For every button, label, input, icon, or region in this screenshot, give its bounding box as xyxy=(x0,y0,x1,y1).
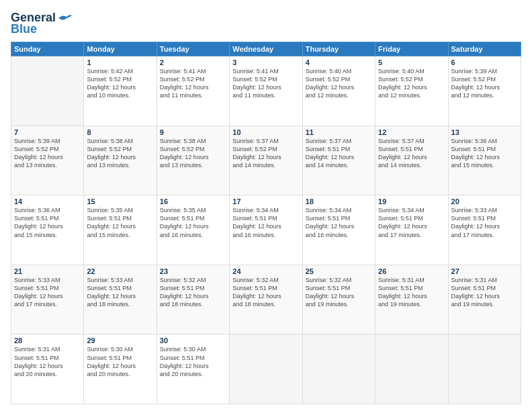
day-number: 5 xyxy=(378,58,445,66)
day-number: 21 xyxy=(14,267,81,275)
day-info: Sunrise: 5:37 AM Sunset: 5:52 PM Dayligh… xyxy=(232,137,299,170)
day-number: 20 xyxy=(451,197,518,205)
calendar-cell xyxy=(302,334,375,404)
day-number: 19 xyxy=(378,197,445,205)
calendar-cell: 2Sunrise: 5:41 AM Sunset: 5:52 PM Daylig… xyxy=(157,56,229,126)
day-info: Sunrise: 5:34 AM Sunset: 5:51 PM Dayligh… xyxy=(378,206,445,239)
calendar-cell: 19Sunrise: 5:34 AM Sunset: 5:51 PM Dayli… xyxy=(375,195,448,265)
day-info: Sunrise: 5:42 AM Sunset: 5:52 PM Dayligh… xyxy=(87,67,153,100)
calendar-header-row: SundayMondayTuesdayWednesdayThursdayFrid… xyxy=(11,42,521,56)
calendar-cell xyxy=(448,334,521,404)
day-header-wednesday: Wednesday xyxy=(230,42,302,56)
calendar-cell: 27Sunrise: 5:31 AM Sunset: 5:51 PM Dayli… xyxy=(448,265,521,334)
calendar-cell: 7Sunrise: 5:39 AM Sunset: 5:52 PM Daylig… xyxy=(11,126,84,195)
calendar-cell: 22Sunrise: 5:33 AM Sunset: 5:51 PM Dayli… xyxy=(84,265,157,334)
calendar-cell: 16Sunrise: 5:35 AM Sunset: 5:51 PM Dayli… xyxy=(157,195,229,265)
day-info: Sunrise: 5:38 AM Sunset: 5:52 PM Dayligh… xyxy=(87,137,153,170)
day-info: Sunrise: 5:32 AM Sunset: 5:51 PM Dayligh… xyxy=(160,276,226,309)
day-info: Sunrise: 5:38 AM Sunset: 5:52 PM Dayligh… xyxy=(160,137,226,170)
day-info: Sunrise: 5:39 AM Sunset: 5:52 PM Dayligh… xyxy=(14,137,81,170)
day-info: Sunrise: 5:39 AM Sunset: 5:52 PM Dayligh… xyxy=(451,67,518,100)
calendar-cell: 17Sunrise: 5:34 AM Sunset: 5:51 PM Dayli… xyxy=(230,195,302,265)
day-number: 1 xyxy=(87,58,153,66)
day-number: 7 xyxy=(14,128,81,136)
day-info: Sunrise: 5:33 AM Sunset: 5:51 PM Dayligh… xyxy=(451,206,518,239)
day-number: 8 xyxy=(87,128,153,136)
day-info: Sunrise: 5:30 AM Sunset: 5:51 PM Dayligh… xyxy=(160,345,226,378)
day-number: 27 xyxy=(451,267,518,275)
day-info: Sunrise: 5:31 AM Sunset: 5:51 PM Dayligh… xyxy=(451,276,518,309)
calendar-cell: 18Sunrise: 5:34 AM Sunset: 5:51 PM Dayli… xyxy=(302,195,375,265)
day-number: 6 xyxy=(451,58,518,66)
day-number: 29 xyxy=(87,336,153,345)
calendar: SundayMondayTuesdayWednesdayThursdayFrid… xyxy=(11,42,521,404)
day-info: Sunrise: 5:33 AM Sunset: 5:51 PM Dayligh… xyxy=(14,276,81,309)
day-header-saturday: Saturday xyxy=(448,42,521,56)
calendar-cell: 21Sunrise: 5:33 AM Sunset: 5:51 PM Dayli… xyxy=(11,265,84,334)
day-info: Sunrise: 5:34 AM Sunset: 5:51 PM Dayligh… xyxy=(232,206,299,239)
calendar-week-2: 7Sunrise: 5:39 AM Sunset: 5:52 PM Daylig… xyxy=(11,126,521,195)
day-info: Sunrise: 5:31 AM Sunset: 5:51 PM Dayligh… xyxy=(14,345,81,378)
day-number: 3 xyxy=(232,58,299,66)
page: General Blue SundayMondayTuesdayWednesda… xyxy=(0,0,532,411)
logo-blue: Blue xyxy=(11,22,37,36)
day-header-monday: Monday xyxy=(84,42,157,56)
day-info: Sunrise: 5:34 AM Sunset: 5:51 PM Dayligh… xyxy=(306,206,372,239)
day-info: Sunrise: 5:36 AM Sunset: 5:51 PM Dayligh… xyxy=(14,206,81,239)
calendar-cell: 1Sunrise: 5:42 AM Sunset: 5:52 PM Daylig… xyxy=(84,56,157,126)
day-info: Sunrise: 5:33 AM Sunset: 5:51 PM Dayligh… xyxy=(87,276,153,309)
calendar-cell: 13Sunrise: 5:36 AM Sunset: 5:51 PM Dayli… xyxy=(448,126,521,195)
day-info: Sunrise: 5:35 AM Sunset: 5:51 PM Dayligh… xyxy=(160,206,226,239)
day-number: 24 xyxy=(232,267,299,275)
calendar-week-5: 28Sunrise: 5:31 AM Sunset: 5:51 PM Dayli… xyxy=(11,334,521,404)
calendar-cell: 23Sunrise: 5:32 AM Sunset: 5:51 PM Dayli… xyxy=(157,265,229,334)
logo-bird-icon xyxy=(57,13,72,24)
day-number: 10 xyxy=(232,128,299,136)
day-header-friday: Friday xyxy=(375,42,448,56)
day-number: 11 xyxy=(306,128,372,136)
day-info: Sunrise: 5:30 AM Sunset: 5:51 PM Dayligh… xyxy=(87,345,153,378)
calendar-cell xyxy=(230,334,302,404)
day-info: Sunrise: 5:32 AM Sunset: 5:51 PM Dayligh… xyxy=(232,276,299,309)
calendar-cell: 11Sunrise: 5:37 AM Sunset: 5:51 PM Dayli… xyxy=(302,126,375,195)
header: General Blue xyxy=(11,11,521,36)
calendar-cell: 14Sunrise: 5:36 AM Sunset: 5:51 PM Dayli… xyxy=(11,195,84,265)
calendar-week-3: 14Sunrise: 5:36 AM Sunset: 5:51 PM Dayli… xyxy=(11,195,521,265)
calendar-cell: 5Sunrise: 5:40 AM Sunset: 5:52 PM Daylig… xyxy=(375,56,448,126)
day-number: 2 xyxy=(160,58,226,66)
calendar-cell: 4Sunrise: 5:40 AM Sunset: 5:52 PM Daylig… xyxy=(302,56,375,126)
calendar-week-1: 1Sunrise: 5:42 AM Sunset: 5:52 PM Daylig… xyxy=(11,56,521,126)
day-number: 25 xyxy=(306,267,372,275)
day-info: Sunrise: 5:36 AM Sunset: 5:51 PM Dayligh… xyxy=(451,137,518,170)
day-number: 4 xyxy=(306,58,372,66)
day-number: 28 xyxy=(14,336,81,345)
calendar-cell: 30Sunrise: 5:30 AM Sunset: 5:51 PM Dayli… xyxy=(157,334,229,404)
day-header-tuesday: Tuesday xyxy=(157,42,229,56)
day-info: Sunrise: 5:41 AM Sunset: 5:52 PM Dayligh… xyxy=(232,67,299,100)
calendar-cell: 10Sunrise: 5:37 AM Sunset: 5:52 PM Dayli… xyxy=(230,126,302,195)
calendar-cell: 28Sunrise: 5:31 AM Sunset: 5:51 PM Dayli… xyxy=(11,334,84,404)
day-header-thursday: Thursday xyxy=(302,42,375,56)
calendar-week-4: 21Sunrise: 5:33 AM Sunset: 5:51 PM Dayli… xyxy=(11,265,521,334)
calendar-cell: 6Sunrise: 5:39 AM Sunset: 5:52 PM Daylig… xyxy=(448,56,521,126)
calendar-cell: 20Sunrise: 5:33 AM Sunset: 5:51 PM Dayli… xyxy=(448,195,521,265)
day-number: 15 xyxy=(87,197,153,205)
day-info: Sunrise: 5:35 AM Sunset: 5:51 PM Dayligh… xyxy=(87,206,153,239)
day-info: Sunrise: 5:41 AM Sunset: 5:52 PM Dayligh… xyxy=(160,67,226,100)
day-number: 22 xyxy=(87,267,153,275)
calendar-cell xyxy=(375,334,448,404)
day-header-sunday: Sunday xyxy=(11,42,84,56)
calendar-cell: 26Sunrise: 5:31 AM Sunset: 5:51 PM Dayli… xyxy=(375,265,448,334)
calendar-cell: 25Sunrise: 5:32 AM Sunset: 5:51 PM Dayli… xyxy=(302,265,375,334)
day-info: Sunrise: 5:31 AM Sunset: 5:51 PM Dayligh… xyxy=(378,276,445,309)
day-info: Sunrise: 5:40 AM Sunset: 5:52 PM Dayligh… xyxy=(378,67,445,100)
calendar-cell: 9Sunrise: 5:38 AM Sunset: 5:52 PM Daylig… xyxy=(157,126,229,195)
logo: General Blue xyxy=(11,11,72,36)
day-info: Sunrise: 5:40 AM Sunset: 5:52 PM Dayligh… xyxy=(306,67,372,100)
day-info: Sunrise: 5:32 AM Sunset: 5:51 PM Dayligh… xyxy=(306,276,372,309)
calendar-cell: 24Sunrise: 5:32 AM Sunset: 5:51 PM Dayli… xyxy=(230,265,302,334)
calendar-cell: 3Sunrise: 5:41 AM Sunset: 5:52 PM Daylig… xyxy=(230,56,302,126)
day-number: 13 xyxy=(451,128,518,136)
day-number: 16 xyxy=(160,197,226,205)
day-number: 23 xyxy=(160,267,226,275)
